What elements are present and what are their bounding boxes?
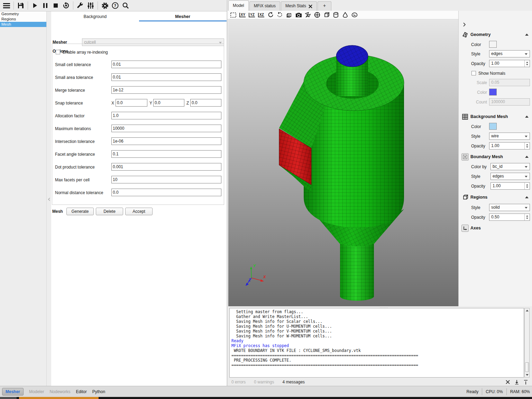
small-cell-tolerance-input[interactable] bbox=[111, 61, 221, 68]
mode-python-button[interactable]: Python bbox=[92, 389, 105, 394]
vtk-3d-viewport[interactable]: Y X Z bbox=[228, 19, 458, 306]
intersection-tolerance-input[interactable] bbox=[111, 137, 221, 145]
pause-icon[interactable] bbox=[40, 1, 51, 10]
screenshot-camera-icon[interactable] bbox=[295, 11, 302, 18]
background-mesh-section-title[interactable]: Background Mesh bbox=[470, 114, 508, 119]
allocation-factor-input[interactable] bbox=[111, 112, 221, 119]
save-icon[interactable] bbox=[16, 1, 26, 10]
tab-mesh-stats[interactable]: Mesh Stats bbox=[281, 1, 317, 11]
nav-item-geometry[interactable]: Geometry bbox=[0, 11, 46, 17]
perspective-icon[interactable] bbox=[286, 11, 293, 18]
small-area-tolerance-input[interactable] bbox=[111, 73, 221, 81]
stop-icon[interactable] bbox=[51, 1, 61, 10]
add-tab-button[interactable]: + bbox=[318, 1, 331, 11]
boundary-mesh-section-title[interactable]: Boundary Mesh bbox=[470, 154, 503, 159]
field-label: Merge tolerance bbox=[55, 88, 85, 93]
nav-item-mesh[interactable]: Mesh bbox=[0, 22, 46, 27]
mode-editor-button[interactable]: Editor bbox=[76, 389, 86, 394]
axes-section-title[interactable]: Axes bbox=[470, 226, 481, 230]
dot-product-tolerance-input[interactable] bbox=[111, 163, 221, 171]
bgmesh-style-select[interactable]: wire bbox=[489, 133, 530, 140]
menu-icon[interactable] bbox=[1, 1, 12, 10]
nav-item-regions[interactable]: Regions bbox=[0, 17, 46, 22]
clear-console-icon[interactable] bbox=[503, 380, 512, 384]
tab-mesher[interactable]: Mesher bbox=[139, 11, 227, 21]
enable-array-checkbox[interactable] bbox=[56, 50, 60, 54]
rotate-right-icon[interactable] bbox=[276, 11, 283, 18]
boundary-opacity-spin[interactable]: 1.00 bbox=[490, 182, 530, 190]
bgmesh-opacity-spin[interactable]: 1.00 bbox=[489, 142, 530, 149]
spin-arrows[interactable] bbox=[524, 143, 530, 149]
mode-nodeworks-button[interactable]: Nodeworks bbox=[49, 389, 70, 394]
bgmesh-color-swatch[interactable] bbox=[489, 123, 497, 130]
collapse-right-icon[interactable] bbox=[463, 22, 466, 27]
regions-section-title[interactable]: Regions bbox=[470, 195, 487, 200]
clip-widget-icon[interactable] bbox=[351, 11, 358, 18]
settings-gear-icon[interactable] bbox=[100, 1, 110, 10]
reset-view-icon[interactable] bbox=[230, 11, 237, 18]
axes-section-icon[interactable] bbox=[461, 225, 469, 232]
collapse-section-icon[interactable] bbox=[525, 34, 529, 36]
warning-count[interactable]: 0 warnings bbox=[254, 380, 274, 384]
regions-style-select[interactable]: solid bbox=[489, 204, 530, 211]
scroll-down-icon[interactable] bbox=[526, 374, 529, 376]
build-wrench-icon[interactable] bbox=[75, 1, 85, 10]
spin-arrows[interactable] bbox=[524, 183, 530, 189]
tab-model[interactable]: Model bbox=[228, 0, 249, 11]
help-icon[interactable]: ? bbox=[110, 1, 120, 10]
facet-angle-tolerance-input[interactable] bbox=[111, 150, 221, 158]
scrollbar-thumb[interactable] bbox=[525, 362, 529, 372]
run-icon[interactable] bbox=[30, 1, 40, 10]
collapse-section-icon[interactable] bbox=[525, 196, 529, 198]
delete-button[interactable]: Delete bbox=[96, 208, 123, 215]
regions-opacity-spin[interactable]: 0.50 bbox=[489, 214, 530, 221]
error-count[interactable]: 0 errors bbox=[231, 380, 246, 384]
spin-arrows[interactable] bbox=[524, 60, 530, 67]
geometry-opacity-spin[interactable]: 1.00 bbox=[489, 60, 530, 67]
scroll-to-top-icon[interactable] bbox=[521, 380, 530, 384]
view-yz-icon[interactable]: YZ bbox=[248, 11, 255, 18]
terminal-scrollbar[interactable] bbox=[524, 308, 530, 378]
scroll-to-bottom-icon[interactable] bbox=[512, 380, 521, 384]
accept-button[interactable]: Accept bbox=[125, 208, 153, 215]
boundary-mesh-section-icon[interactable] bbox=[461, 153, 469, 161]
reset-icon[interactable] bbox=[61, 1, 71, 10]
glyph-normals-icon[interactable] bbox=[304, 11, 311, 18]
panel-splitter[interactable] bbox=[47, 11, 51, 386]
view-xz-icon[interactable]: XZ bbox=[258, 11, 265, 18]
geometry-color-swatch[interactable] bbox=[489, 41, 497, 48]
merge-tolerance-input[interactable] bbox=[111, 86, 221, 94]
boundary-colorby-select[interactable]: bc_id bbox=[490, 163, 530, 170]
mode-modeler-button[interactable]: Modeler bbox=[29, 389, 44, 394]
scroll-up-icon[interactable] bbox=[526, 310, 529, 311]
normal-distance-tolerance-input[interactable] bbox=[111, 189, 221, 196]
close-icon[interactable] bbox=[309, 4, 312, 8]
message-count[interactable]: 4 messages bbox=[282, 380, 305, 384]
collapse-section-icon[interactable] bbox=[525, 156, 529, 158]
search-icon[interactable] bbox=[120, 1, 131, 10]
snap-z-input[interactable] bbox=[190, 99, 221, 107]
view-xy-icon[interactable]: XY bbox=[239, 11, 246, 18]
terminal-output[interactable]: Setting master from flags... Gather and … bbox=[229, 308, 524, 378]
snap-x-input[interactable] bbox=[116, 99, 147, 107]
rotate-left-icon[interactable] bbox=[267, 11, 274, 18]
normals-color-swatch[interactable] bbox=[489, 89, 497, 96]
boundary-style-select[interactable]: edges bbox=[490, 173, 530, 180]
tab-background[interactable]: Background bbox=[51, 11, 139, 21]
mode-mesher-button[interactable]: Mesher bbox=[2, 388, 24, 396]
spin-arrows[interactable] bbox=[524, 214, 530, 220]
show-normals-checkbox[interactable] bbox=[471, 71, 476, 75]
collapse-section-icon[interactable] bbox=[525, 116, 529, 118]
maximum-iterations-input[interactable] bbox=[111, 125, 221, 132]
tab-mfix-status[interactable]: MFiX status bbox=[249, 1, 280, 11]
cone-geometry-icon[interactable] bbox=[342, 11, 349, 18]
snap-y-input[interactable] bbox=[153, 99, 184, 107]
cube-geometry-icon[interactable] bbox=[323, 11, 330, 18]
generate-button[interactable]: Generate bbox=[66, 208, 94, 215]
cylinder-geometry-icon[interactable] bbox=[332, 11, 339, 18]
geometry-style-select[interactable]: edges bbox=[489, 50, 530, 57]
max-facets-per-cell-input[interactable] bbox=[111, 176, 221, 183]
sphere-widget-icon[interactable] bbox=[314, 11, 321, 18]
geometry-section-title[interactable]: Geometry bbox=[470, 32, 490, 37]
parameter-sliders-icon[interactable] bbox=[85, 1, 96, 10]
